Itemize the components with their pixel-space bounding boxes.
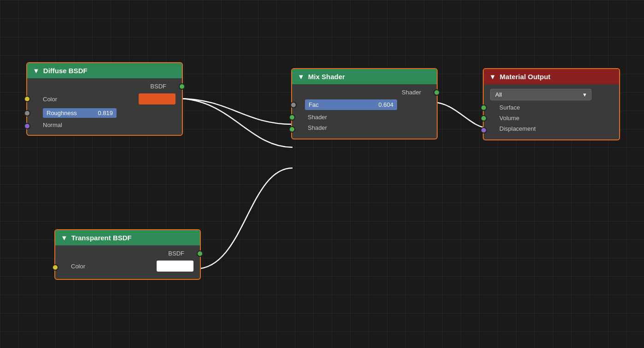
color-swatch[interactable] bbox=[139, 93, 176, 104]
mix-shader-output-label: Shader bbox=[402, 89, 421, 96]
mix-shader-output-socket[interactable] bbox=[433, 89, 440, 96]
mix-shader-header: ▼ Mix Shader bbox=[292, 69, 437, 84]
fac-row: Fac 0.604 bbox=[299, 99, 430, 110]
mix-shader2-row: Shader bbox=[299, 124, 430, 134]
surface-socket[interactable] bbox=[480, 104, 487, 111]
bsdf-output-socket[interactable] bbox=[179, 83, 185, 90]
roughness-field[interactable]: Roughness 0.819 bbox=[43, 108, 117, 118]
material-output-title: Material Output bbox=[500, 73, 550, 81]
mix-shader2-socket[interactable] bbox=[289, 126, 295, 133]
roughness-socket[interactable] bbox=[24, 110, 30, 116]
displacement-row: Displacement bbox=[490, 125, 613, 135]
normal-row: Normal bbox=[34, 122, 176, 130]
transparent-bsdf-output-socket[interactable] bbox=[197, 250, 203, 257]
surface-row: Surface bbox=[490, 104, 613, 111]
fac-field[interactable]: Fac 0.604 bbox=[305, 99, 397, 110]
normal-socket[interactable] bbox=[24, 123, 30, 129]
volume-row: Volume bbox=[490, 115, 613, 122]
displacement-socket[interactable] bbox=[480, 127, 487, 133]
material-output-node[interactable]: ▼ Material Output All ▾ Surface Volume D… bbox=[483, 68, 620, 140]
transparent-bsdf-output-row: BSDF bbox=[62, 250, 193, 257]
transparent-color-socket[interactable] bbox=[52, 264, 59, 271]
diffuse-bsdf-header: ▼ Diffuse BSDF bbox=[27, 63, 182, 78]
target-dropdown[interactable]: All ▾ bbox=[490, 89, 591, 100]
mix-shader1-row: Shader bbox=[299, 114, 430, 121]
bsdf-output-row: BSDF bbox=[34, 83, 176, 90]
material-output-header: ▼ Material Output bbox=[484, 69, 619, 84]
mix-shader2-label: Shader bbox=[308, 124, 327, 131]
normal-label: Normal bbox=[43, 122, 62, 128]
volume-label: Volume bbox=[499, 115, 519, 122]
roughness-row: Roughness 0.819 bbox=[34, 108, 176, 118]
mix-shader1-socket[interactable] bbox=[289, 114, 295, 121]
transparent-bsdf-header: ▼ Transparent BSDF bbox=[55, 230, 200, 245]
color-socket[interactable] bbox=[24, 96, 30, 102]
displacement-label: Displacement bbox=[499, 125, 536, 132]
color-row: Color bbox=[34, 93, 176, 104]
collapse-icon-output[interactable]: ▼ bbox=[489, 73, 496, 81]
volume-socket[interactable] bbox=[480, 115, 487, 122]
bsdf-output-label: BSDF bbox=[150, 83, 166, 90]
transparent-color-label: Color bbox=[71, 263, 85, 270]
surface-label: Surface bbox=[499, 104, 520, 111]
color-label: Color bbox=[43, 96, 57, 103]
fac-socket[interactable] bbox=[290, 102, 297, 108]
transparent-bsdf-node[interactable]: ▼ Transparent BSDF BSDF Color bbox=[54, 229, 201, 280]
transparent-color-swatch[interactable] bbox=[157, 261, 193, 272]
diffuse-bsdf-title: Diffuse BSDF bbox=[43, 67, 88, 75]
mix-shader-output-row: Shader bbox=[299, 89, 430, 96]
transparent-bsdf-output-label: BSDF bbox=[168, 250, 184, 257]
collapse-icon-transparent[interactable]: ▼ bbox=[61, 234, 68, 242]
mix-shader-node[interactable]: ▼ Mix Shader Shader Fac 0.604 Shader Sha… bbox=[291, 68, 438, 139]
diffuse-bsdf-node[interactable]: ▼ Diffuse BSDF BSDF Color Roughness 0.81… bbox=[26, 62, 183, 136]
collapse-icon-diffuse[interactable]: ▼ bbox=[33, 67, 40, 75]
collapse-icon-mix[interactable]: ▼ bbox=[298, 73, 304, 81]
mix-shader1-label: Shader bbox=[308, 114, 327, 121]
transparent-color-row: Color bbox=[62, 261, 193, 274]
mix-shader-title: Mix Shader bbox=[308, 73, 345, 81]
transparent-bsdf-title: Transparent BSDF bbox=[71, 234, 132, 242]
